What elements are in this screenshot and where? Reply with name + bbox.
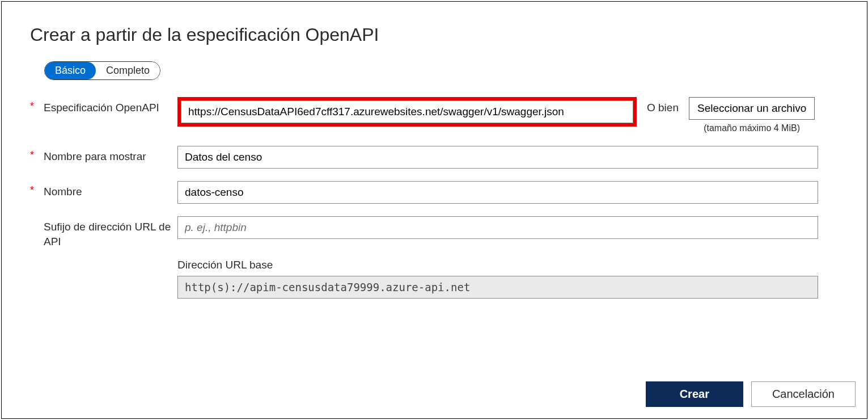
row-base-url <box>30 276 839 299</box>
required-mark: * <box>30 184 44 196</box>
label-display-name: Nombre para mostrar <box>44 149 146 164</box>
file-size-hint: (tamaño máximo 4 MiB) <box>704 123 800 133</box>
input-openapi-spec[interactable] <box>181 100 633 123</box>
required-mark: * <box>30 149 44 161</box>
dialog-title: Crear a partir de la especificación Open… <box>30 24 839 45</box>
label-openapi-spec: Especificación OpenAPI <box>44 100 159 115</box>
cancel-button[interactable]: Cancelación <box>751 381 856 407</box>
label-name: Nombre <box>44 184 82 199</box>
dialog-footer: Crear Cancelación <box>646 381 856 407</box>
row-url-suffix: Sufijo de dirección URL de API <box>30 216 839 249</box>
select-file-button[interactable]: Seleccionar un archivo <box>689 97 815 120</box>
label-url-suffix: Sufijo de dirección URL de API <box>44 220 177 249</box>
row-openapi-spec: * Especificación OpenAPI O bien Seleccio… <box>30 97 839 133</box>
input-display-name[interactable] <box>177 146 818 169</box>
or-text: O bien <box>647 97 679 114</box>
label-base-url: Dirección URL base <box>177 259 273 271</box>
dialog-create-from-openapi: Crear a partir de la especificación Open… <box>1 1 867 419</box>
toggle-full[interactable]: Completo <box>96 62 160 79</box>
create-button[interactable]: Crear <box>646 381 743 407</box>
row-display-name: * Nombre para mostrar <box>30 146 839 169</box>
input-name[interactable] <box>177 181 818 204</box>
required-mark <box>30 220 44 232</box>
input-base-url <box>177 276 818 299</box>
toggle-basic[interactable]: Básico <box>45 62 96 79</box>
row-base-url-label: Dirección URL base <box>30 259 839 271</box>
input-url-suffix[interactable] <box>177 216 818 239</box>
row-name: * Nombre <box>30 181 839 204</box>
required-mark: * <box>30 100 44 112</box>
highlight-openapi-input <box>177 97 637 127</box>
mode-toggle: Básico Completo <box>44 61 160 80</box>
